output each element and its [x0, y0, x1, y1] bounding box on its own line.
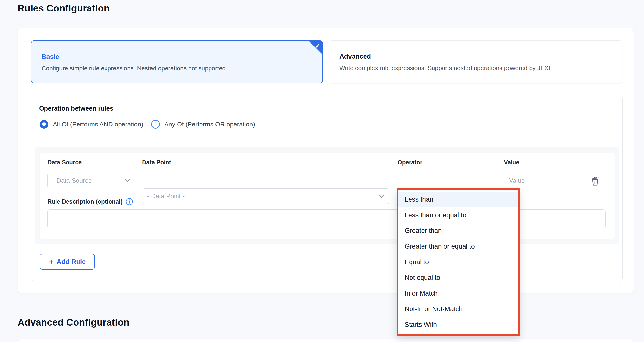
tab-basic-description: Configure simple rule expressions. Neste… — [42, 65, 226, 72]
dropdown-option-equal-to[interactable]: Equal to — [398, 254, 518, 270]
radio-all-of[interactable] — [40, 120, 48, 129]
data-source-label: Data Source — [48, 159, 82, 166]
dropdown-option-less-than[interactable]: Less than — [398, 192, 518, 207]
rule-description-input[interactable] — [48, 209, 606, 228]
data-source-placeholder: - Data Source - — [52, 177, 96, 184]
add-rule-button[interactable]: + Add Rule — [40, 254, 95, 270]
tab-advanced[interactable]: Advanced Write complex rule expressions.… — [329, 40, 622, 83]
dropdown-option-greater-than-or-equal-to[interactable]: Greater than or equal to — [398, 238, 518, 254]
data-point-placeholder: - Data Point - — [147, 193, 184, 200]
dropdown-option-less-than-or-equal-to[interactable]: Less than or equal to — [398, 207, 518, 223]
delete-rule-button[interactable] — [589, 175, 602, 188]
rules-builder-section: Operation between rules All Of (Performs… — [30, 96, 623, 281]
rule-description-label: Rule Description (optional) — [48, 198, 122, 205]
tab-basic[interactable]: Basic Configure simple rule expressions.… — [31, 40, 323, 83]
operator-label: Operator — [398, 159, 422, 166]
radio-any-of[interactable] — [151, 120, 160, 129]
dropdown-option-greater-than[interactable]: Greater than — [398, 223, 518, 238]
data-point-select[interactable]: - Data Point - — [142, 188, 390, 204]
dropdown-option-not-in-or-not-match[interactable]: Not-In or Not-Match — [398, 301, 518, 317]
tab-advanced-title: Advanced — [339, 53, 371, 61]
check-icon: ✓ — [315, 42, 320, 50]
rule-row-card: Data Source Data Point Operator Value - … — [40, 153, 615, 239]
dropdown-option-starts-with[interactable]: Starts With — [398, 317, 518, 332]
trash-icon — [590, 176, 601, 188]
page-title: Rules Configuration — [18, 3, 110, 14]
data-source-select[interactable]: - Data Source - — [48, 173, 135, 188]
dropdown-option-not-equal-to[interactable]: Not equal to — [398, 270, 518, 285]
info-icon[interactable] — [126, 198, 133, 205]
value-label: Value — [504, 159, 519, 166]
advanced-configuration-title: Advanced Configuration — [18, 317, 129, 328]
radio-any-of-label: Any Of (Performs OR operation) — [164, 121, 255, 128]
value-input[interactable] — [504, 173, 578, 188]
rule-description-label-row: Rule Description (optional) — [48, 198, 133, 205]
chevron-down-icon — [379, 193, 384, 198]
operation-between-rules-label: Operation between rules — [39, 105, 113, 112]
advanced-configuration-card — [18, 338, 634, 342]
rules-configuration-card: Basic Configure simple rule expressions.… — [18, 28, 634, 293]
plus-icon: + — [49, 257, 54, 266]
operator-dropdown-menu: Less than Less than or equal to Greater … — [396, 188, 520, 336]
add-rule-label: Add Rule — [57, 258, 86, 266]
operation-radio-group: All Of (Performs AND operation) Any Of (… — [40, 119, 255, 130]
tab-advanced-description: Write complex rule expressions. Supports… — [339, 65, 552, 72]
chevron-down-icon — [125, 177, 130, 182]
radio-all-of-label: All Of (Performs AND operation) — [53, 121, 143, 128]
data-point-label: Data Point — [142, 159, 171, 166]
dropdown-option-in-or-match[interactable]: In or Match — [398, 285, 518, 301]
rules-list-panel: Data Source Data Point Operator Value - … — [35, 147, 619, 244]
tab-basic-title: Basic — [42, 53, 59, 61]
